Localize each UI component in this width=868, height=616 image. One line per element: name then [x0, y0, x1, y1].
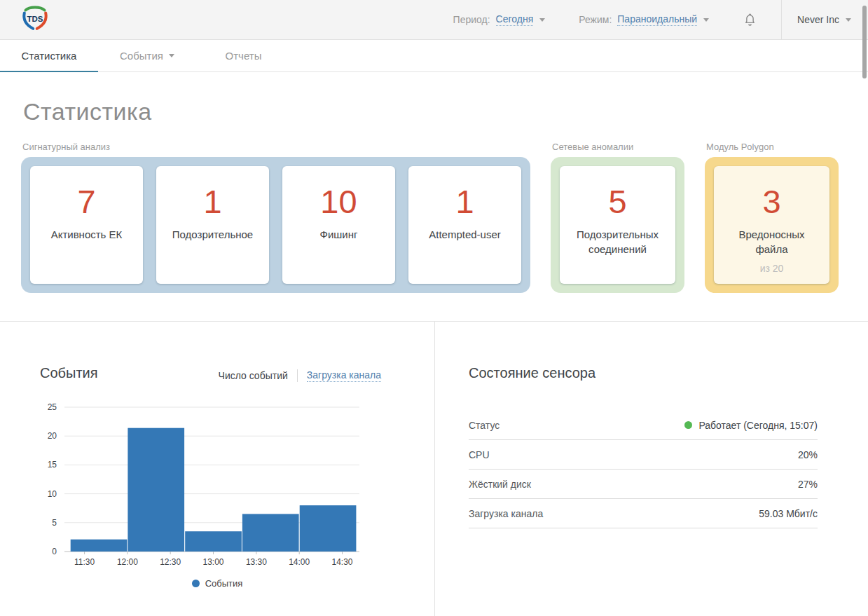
- svg-text:25: 25: [48, 402, 57, 412]
- stat-card-suspicious-connections[interactable]: 5 Подозрительных соединений: [560, 166, 675, 284]
- svg-text:12:00: 12:00: [117, 557, 138, 567]
- tab-reports[interactable]: Отчеты: [196, 40, 291, 71]
- legend-dot-icon: [192, 580, 200, 587]
- stat-value: 1: [203, 185, 221, 218]
- status-text: Работает (Сегодня, 15:07): [698, 420, 818, 431]
- row-value: 20%: [798, 449, 818, 460]
- row-label: Загрузка канала: [469, 508, 543, 519]
- period-select[interactable]: Сегодня: [496, 13, 534, 26]
- polygon-module-label: Модуль Polygon: [706, 142, 839, 153]
- signature-analysis-label: Сигнатурный анализ: [22, 142, 530, 153]
- bell-icon: [743, 12, 757, 27]
- stat-value: 3: [762, 185, 780, 218]
- toggle-separator: [297, 369, 298, 382]
- events-bar-chart: 051015202511:3012:0012:3013:0013:3014:00…: [25, 395, 390, 577]
- stat-card-ek-activity[interactable]: 7 Активность ЕК: [30, 166, 143, 284]
- notifications-button[interactable]: [743, 12, 757, 27]
- topbar-controls: Период: Сегодня Режим: Параноидальный Ne…: [453, 0, 868, 39]
- stats-row: Сигнатурный анализ 7 Активность ЕК 1 Под…: [21, 142, 868, 293]
- stat-value: 7: [77, 185, 95, 218]
- stat-card-malicious-files[interactable]: 3 Вредоносных файла из 20: [714, 166, 829, 284]
- row-value: 59.03 Мбит/с: [759, 508, 818, 519]
- tab-events-label: События: [120, 50, 163, 62]
- stat-sublabel: из 20: [760, 263, 784, 274]
- svg-text:14:30: 14:30: [331, 557, 352, 567]
- svg-text:TDS: TDS: [27, 15, 43, 23]
- table-row-status: Статус Работает (Сегодня, 15:07): [469, 411, 818, 440]
- mode-control: Режим: Параноидальный: [579, 13, 709, 26]
- row-value: Работает (Сегодня, 15:07): [684, 420, 818, 431]
- sensor-panel: Состояние сенсора Статус Работает (Сегод…: [435, 322, 868, 616]
- network-anomalies-box: 5 Подозрительных соединений: [551, 157, 684, 293]
- chevron-down-icon: [846, 18, 851, 22]
- page: TDS Период: Сегодня Режим: Параноидальны…: [0, 0, 868, 616]
- period-control: Период: Сегодня: [453, 13, 546, 26]
- account-menu[interactable]: Never Inc: [782, 0, 868, 39]
- svg-text:20: 20: [48, 431, 57, 441]
- svg-text:10: 10: [48, 489, 57, 499]
- stat-card-attempted-user[interactable]: 1 Attempted-user: [408, 166, 521, 284]
- tab-reports-label: Отчеты: [226, 50, 262, 62]
- svg-text:13:00: 13:00: [202, 557, 223, 567]
- events-panel-title: События: [40, 365, 98, 381]
- stat-label: Attempted-user: [416, 227, 514, 242]
- svg-text:15: 15: [48, 460, 57, 470]
- svg-text:0: 0: [52, 547, 57, 556]
- stat-card-phishing[interactable]: 10 Фишинг: [282, 166, 395, 284]
- sensor-table: Статус Работает (Сегодня, 15:07) CPU 20%…: [469, 411, 818, 528]
- toggle-event-count[interactable]: Число событий: [219, 370, 288, 381]
- table-row-cpu: CPU 20%: [469, 440, 818, 470]
- chart-mode-toggle: Число событий Загрузка канала: [219, 369, 381, 382]
- table-row-disk: Жёсткий диск 27%: [469, 470, 818, 499]
- svg-text:11:30: 11:30: [74, 557, 95, 567]
- scrollbar-thumb[interactable]: [862, 6, 867, 78]
- stat-label: Фишинг: [308, 227, 371, 242]
- row-label: Статус: [469, 420, 500, 431]
- polygon-module-group: Модуль Polygon 3 Вредоносных файла из 20: [705, 142, 839, 293]
- main-tabs: Статистика События Отчеты: [0, 40, 868, 72]
- tab-events[interactable]: События: [98, 40, 196, 71]
- account-name: Never Inc: [797, 14, 839, 25]
- mode-select[interactable]: Параноидальный: [617, 13, 697, 26]
- svg-text:5: 5: [52, 518, 57, 528]
- events-panel: События Число событий Загрузка канала 05…: [0, 322, 435, 616]
- stat-label: Подозрительных соединений: [560, 227, 675, 256]
- table-row-channel-load: Загрузка канала 59.03 Мбит/с: [469, 499, 818, 528]
- svg-text:14:00: 14:00: [289, 557, 310, 567]
- row-label: CPU: [469, 449, 490, 460]
- chevron-down-icon: [539, 18, 545, 22]
- polygon-module-box: 3 Вредоносных файла из 20: [705, 157, 839, 293]
- tab-statistics-label: Статистика: [22, 50, 77, 62]
- svg-text:12:30: 12:30: [160, 557, 181, 567]
- toggle-channel-load[interactable]: Загрузка канала: [307, 369, 381, 382]
- chevron-down-icon: [703, 18, 709, 22]
- legend-label: События: [205, 578, 243, 589]
- chevron-down-icon: [169, 54, 174, 57]
- stat-label: Вредоносных файла: [714, 227, 829, 256]
- stat-label: Активность ЕК: [39, 227, 135, 242]
- stat-label: Подозрительное: [160, 227, 266, 242]
- page-title: Статистика: [23, 98, 868, 125]
- sensor-panel-title: Состояние сенсора: [469, 365, 595, 381]
- row-value: 27%: [798, 479, 818, 490]
- stat-card-suspicious[interactable]: 1 Подозрительное: [156, 166, 269, 284]
- stat-value: 1: [455, 185, 474, 218]
- tab-statistics[interactable]: Статистика: [0, 40, 98, 71]
- signature-analysis-group: Сигнатурный анализ 7 Активность ЕК 1 Под…: [21, 142, 530, 293]
- network-anomalies-label: Сетевые аномалии: [552, 142, 684, 153]
- topbar: TDS Период: Сегодня Режим: Параноидальны…: [0, 0, 868, 40]
- tds-logo-icon[interactable]: TDS: [20, 3, 50, 36]
- chart-legend-item[interactable]: События: [0, 578, 434, 589]
- network-anomalies-group: Сетевые аномалии 5 Подозрительных соедин…: [551, 142, 684, 293]
- svg-text:13:30: 13:30: [246, 557, 267, 567]
- row-label: Жёсткий диск: [469, 479, 531, 490]
- mode-label: Режим:: [579, 14, 612, 25]
- stat-value: 5: [608, 185, 626, 218]
- bottom-section: События Число событий Загрузка канала 05…: [0, 322, 868, 616]
- period-label: Период:: [453, 14, 490, 25]
- status-ok-dot-icon: [684, 421, 692, 429]
- signature-analysis-box: 7 Активность ЕК 1 Подозрительное 10 Фиши…: [21, 157, 530, 293]
- stat-value: 10: [320, 185, 357, 218]
